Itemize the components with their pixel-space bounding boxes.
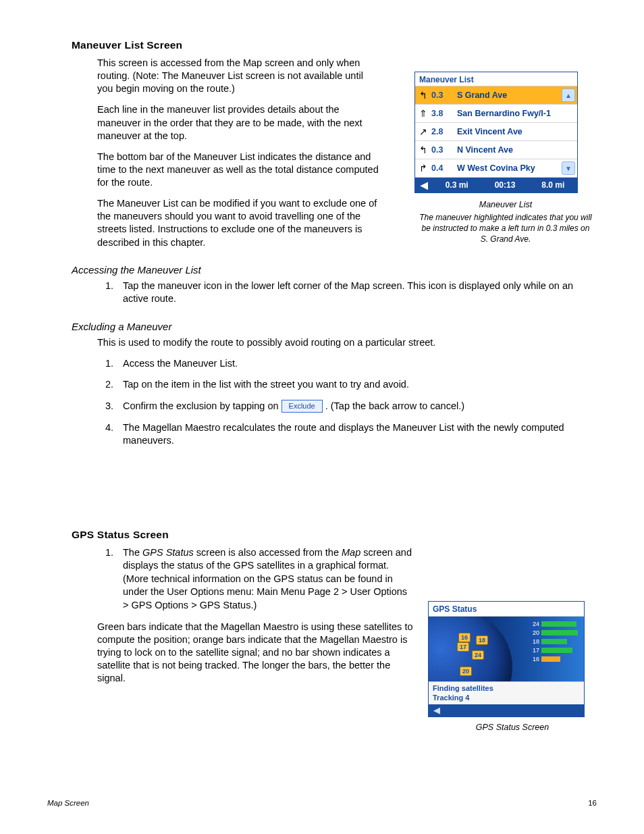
figure-caption: GPS Status Screen	[428, 723, 597, 732]
step-text-italic: Map	[342, 547, 360, 558]
gps-bottom-bar: ◀	[429, 704, 584, 716]
scroll-down-icon[interactable]: ▼	[562, 161, 575, 175]
satellite-id-label: 20	[529, 629, 539, 636]
signal-strength-bar	[541, 656, 560, 662]
maneuver-list-bottom-bar: ◀ 0.3 mi 00:13 8.0 mi	[415, 178, 577, 192]
maneuver-list-row[interactable]: ↰0.3N Vincent Ave	[415, 141, 577, 159]
signal-bar-row: 18	[529, 638, 580, 645]
satellite-id-label: 16	[529, 656, 539, 662]
signal-bar-row: 20	[529, 629, 580, 636]
step: Confirm the exclusion by tapping on Excl…	[116, 400, 597, 413]
step-text: screen is also accessed from the	[194, 547, 342, 558]
heading-accessing-maneuver-list: Accessing the Maneuver List	[72, 264, 597, 276]
maneuver-distance: 2.8	[431, 127, 457, 136]
maneuver-street: W West Covina Pky	[457, 163, 562, 173]
signal-bar-row: 16	[529, 656, 580, 662]
maneuver-list-row[interactable]: ⇑3.8San Bernardino Fwy/I-1	[415, 105, 577, 123]
freeway-icon: ⇑	[415, 108, 431, 119]
step-text-italic: GPS Status	[142, 547, 194, 558]
back-arrow-icon[interactable]: ◀	[429, 705, 445, 715]
back-arrow-icon[interactable]: ◀	[415, 180, 433, 190]
step-text: The	[123, 547, 142, 558]
signal-strength-bar	[541, 621, 576, 627]
heading-excluding-maneuver: Excluding a Maneuver	[72, 321, 597, 332]
satellite-id-label: 24	[529, 621, 539, 627]
maneuver-street: San Bernardino Fwy/I-1	[457, 109, 577, 118]
signal-strength-bar	[541, 639, 567, 644]
exclude-button[interactable]: Exclude	[281, 400, 323, 413]
step: The GPS Status screen is also accessed f…	[116, 546, 413, 613]
satellite-icon: 24	[472, 650, 484, 660]
turn-right-icon: ↱	[415, 163, 431, 174]
figure-caption: Maneuver List	[414, 200, 597, 209]
paragraph: This is used to modify the route to poss…	[97, 336, 597, 349]
exit-icon: ↗	[415, 126, 431, 137]
satellite-icon: 16	[458, 633, 471, 642]
signal-bar-row: 24	[529, 621, 580, 627]
step: Access the Maneuver List.	[116, 357, 597, 371]
step: The Magellan Maestro recalculates the ro…	[116, 421, 597, 448]
gps-status-title: GPS Status	[429, 602, 584, 617]
scroll-up-icon[interactable]: ▲	[562, 88, 575, 102]
maneuver-list-screenshot: Maneuver List ↰0.3S Grand Ave▲⇑3.8San Be…	[414, 72, 578, 193]
maneuver-distance: 3.8	[431, 109, 457, 118]
heading-gps-status-screen: GPS Status Screen	[72, 529, 597, 541]
gps-status-screenshot: GPS Status 1617182420 2420181716 Finding…	[428, 601, 585, 717]
next-maneuver-distance: 0.3 mi	[433, 180, 481, 190]
maneuver-distance: 0.3	[431, 145, 457, 155]
step-text: Confirm the exclusion by tapping on	[123, 400, 281, 411]
gps-status-line: Tracking 4	[433, 694, 580, 703]
satellite-id-label: 17	[529, 647, 539, 654]
maneuver-list-row[interactable]: ↰0.3S Grand Ave▲	[415, 86, 577, 105]
satellite-icon: 20	[460, 667, 472, 676]
maneuver-distance: 0.3	[431, 90, 457, 100]
paragraph: Each line in the maneuver list provides …	[97, 103, 381, 142]
figure-caption: The maneuver highlighted indicates that …	[414, 212, 597, 245]
figure-gps-status: GPS Status 1617182420 2420181716 Finding…	[428, 601, 597, 732]
maneuver-distance: 0.4	[431, 163, 457, 173]
figure-maneuver-list: Maneuver List ↰0.3S Grand Ave▲⇑3.8San Be…	[414, 72, 597, 245]
maneuver-street: Exit Vincent Ave	[457, 127, 577, 136]
paragraph: The bottom bar of the Maneuver List indi…	[97, 151, 381, 189]
signal-bar-row: 17	[529, 647, 580, 654]
signal-strength-bar	[541, 648, 572, 653]
gps-status-line: Finding satellites	[433, 684, 580, 694]
step: Tap the maneuver icon in the lower left …	[116, 280, 597, 306]
gps-status-text: Finding satellites Tracking 4	[429, 681, 584, 704]
step-text: . (Tap the back arrow to cancel.)	[325, 400, 464, 411]
turn-left-icon: ↰	[415, 145, 431, 155]
maneuver-street: N Vincent Ave	[457, 145, 577, 155]
satellite-icon: 18	[476, 635, 488, 645]
next-maneuver-time: 00:13	[481, 180, 529, 190]
paragraph: This screen is accessed from the Map scr…	[97, 57, 381, 95]
turn-left-icon: ↰	[415, 90, 431, 101]
page-number: 16	[588, 799, 597, 807]
heading-maneuver-list-screen: Maneuver List Screen	[72, 39, 597, 51]
maneuver-list-row[interactable]: ↱0.4W West Covina Pky▼	[415, 159, 577, 178]
route-total-distance: 8.0 mi	[529, 180, 577, 190]
step: Tap on the item in the list with the str…	[116, 378, 597, 392]
footer-section: Map Screen	[47, 799, 89, 807]
satellite-icon: 17	[457, 642, 469, 652]
signal-strength-bar	[541, 630, 578, 635]
paragraph: Green bars indicate that the Magellan Ma…	[97, 621, 414, 685]
maneuver-street: S Grand Ave	[457, 90, 562, 100]
gps-signal-bars: 2420181716	[529, 621, 580, 664]
paragraph: The Maneuver List can be modified if you…	[97, 197, 381, 249]
satellite-id-label: 18	[529, 638, 539, 645]
maneuver-list-row[interactable]: ↗2.8Exit Vincent Ave	[415, 123, 577, 141]
gps-sky-view: 1617182420 2420181716	[429, 617, 584, 681]
maneuver-list-title: Maneuver List	[415, 72, 577, 86]
